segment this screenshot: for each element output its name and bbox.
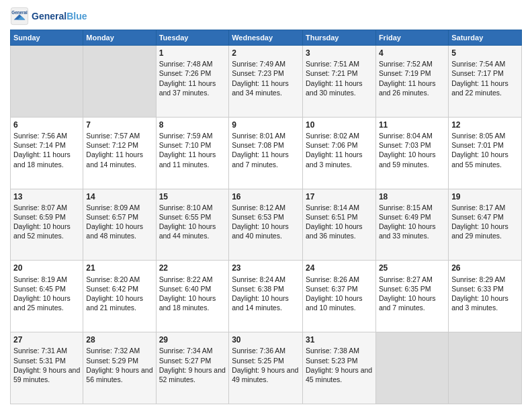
daylight-text: Daylight: 10 hours and 55 minutes. — [451, 150, 508, 168]
daylight-text: Daylight: 9 hours and 52 minutes. — [159, 366, 226, 383]
sunrise-text: Sunrise: 8:07 AM — [13, 203, 67, 212]
calendar-week-row: 20Sunrise: 8:19 AMSunset: 6:45 PMDayligh… — [11, 261, 522, 332]
daylight-text: Daylight: 10 hours and 25 minutes. — [13, 294, 71, 312]
col-sunday: Sunday — [11, 30, 83, 46]
daylight-text: Daylight: 10 hours and 44 minutes. — [159, 222, 216, 240]
daylight-text: Daylight: 10 hours and 21 minutes. — [86, 294, 143, 312]
day-number: 28 — [86, 334, 152, 345]
logo-area: General GeneralBlue — [10, 7, 87, 26]
daylight-text: Daylight: 11 hours and 26 minutes. — [379, 79, 436, 97]
sunrise-text: Sunrise: 8:24 AM — [232, 275, 285, 283]
sunset-text: Sunset: 6:40 PM — [159, 285, 212, 293]
daylight-text: Daylight: 11 hours and 14 minutes. — [86, 150, 143, 168]
calendar-week-row: 27Sunrise: 7:31 AMSunset: 5:31 PMDayligh… — [11, 332, 522, 404]
sunrise-text: Sunrise: 8:14 AM — [306, 203, 359, 212]
day-number: 11 — [379, 120, 445, 130]
sunset-text: Sunset: 7:01 PM — [451, 141, 504, 149]
daylight-text: Daylight: 11 hours and 18 minutes. — [13, 150, 71, 168]
calendar-cell: 12Sunrise: 8:05 AMSunset: 7:01 PMDayligh… — [449, 117, 522, 189]
calendar-cell: 9Sunrise: 8:01 AMSunset: 7:08 PMDaylight… — [229, 117, 303, 189]
day-number: 6 — [13, 120, 80, 130]
daylight-text: Daylight: 10 hours and 52 minutes. — [13, 222, 71, 240]
calendar-cell: 11Sunrise: 8:04 AMSunset: 7:03 PMDayligh… — [375, 117, 448, 189]
calendar-cell: 21Sunrise: 8:20 AMSunset: 6:42 PMDayligh… — [83, 261, 156, 332]
sunrise-text: Sunrise: 8:19 AM — [13, 275, 67, 283]
calendar-cell: 10Sunrise: 8:02 AMSunset: 7:06 PMDayligh… — [302, 117, 375, 189]
sunrise-text: Sunrise: 7:36 AM — [232, 347, 285, 355]
calendar-cell: 30Sunrise: 7:36 AMSunset: 5:25 PMDayligh… — [229, 332, 303, 404]
daylight-text: Daylight: 10 hours and 7 minutes. — [379, 294, 436, 312]
daylight-text: Daylight: 11 hours and 22 minutes. — [451, 79, 508, 97]
svg-text:General: General — [11, 10, 28, 15]
calendar-cell: 6Sunrise: 7:56 AMSunset: 7:14 PMDaylight… — [11, 117, 83, 189]
sunrise-text: Sunrise: 7:52 AM — [379, 60, 433, 68]
sunrise-text: Sunrise: 8:10 AM — [159, 203, 213, 212]
day-number: 31 — [306, 334, 373, 345]
day-number: 8 — [159, 120, 226, 130]
sunset-text: Sunset: 7:06 PM — [306, 141, 358, 149]
calendar-cell: 28Sunrise: 7:32 AMSunset: 5:29 PMDayligh… — [83, 332, 156, 404]
calendar-cell: 31Sunrise: 7:38 AMSunset: 5:23 PMDayligh… — [302, 332, 375, 404]
sunset-text: Sunset: 6:33 PM — [451, 285, 504, 293]
sunset-text: Sunset: 5:23 PM — [306, 357, 358, 365]
sunrise-text: Sunrise: 7:59 AM — [159, 132, 213, 140]
sunset-text: Sunset: 6:45 PM — [13, 285, 66, 293]
calendar-cell: 18Sunrise: 8:15 AMSunset: 6:49 PMDayligh… — [375, 189, 448, 261]
sunrise-text: Sunrise: 7:34 AM — [159, 347, 213, 355]
calendar-cell: 20Sunrise: 8:19 AMSunset: 6:45 PMDayligh… — [11, 261, 83, 332]
daylight-text: Daylight: 10 hours and 48 minutes. — [86, 222, 143, 240]
day-number: 22 — [159, 263, 226, 273]
sunset-text: Sunset: 7:03 PM — [379, 141, 431, 149]
sunset-text: Sunset: 6:35 PM — [379, 285, 431, 293]
calendar-cell: 25Sunrise: 8:27 AMSunset: 6:35 PMDayligh… — [375, 261, 448, 332]
sunrise-text: Sunrise: 8:15 AM — [379, 203, 433, 212]
calendar-week-row: 1Sunrise: 7:48 AMSunset: 7:26 PMDaylight… — [11, 46, 522, 118]
sunset-text: Sunset: 6:53 PM — [232, 213, 284, 221]
daylight-text: Daylight: 9 hours and 45 minutes. — [306, 366, 372, 383]
sunset-text: Sunset: 7:14 PM — [13, 141, 66, 149]
header: General GeneralBlue — [10, 7, 522, 26]
sunrise-text: Sunrise: 7:57 AM — [86, 132, 140, 140]
sunset-text: Sunset: 6:57 PM — [86, 213, 138, 221]
sunset-text: Sunset: 6:47 PM — [451, 213, 504, 221]
sunrise-text: Sunrise: 7:48 AM — [159, 60, 213, 68]
calendar-cell: 2Sunrise: 7:49 AMSunset: 7:23 PMDaylight… — [229, 46, 303, 118]
sunset-text: Sunset: 5:29 PM — [86, 357, 138, 365]
sunrise-text: Sunrise: 7:38 AM — [306, 347, 359, 355]
daylight-text: Daylight: 9 hours and 56 minutes. — [86, 366, 152, 383]
sunrise-text: Sunrise: 8:29 AM — [451, 275, 505, 283]
calendar-cell: 8Sunrise: 7:59 AMSunset: 7:10 PMDaylight… — [156, 117, 229, 189]
daylight-text: Daylight: 11 hours and 7 minutes. — [232, 150, 289, 168]
calendar-cell: 24Sunrise: 8:26 AMSunset: 6:37 PMDayligh… — [302, 261, 375, 332]
sunrise-text: Sunrise: 8:27 AM — [379, 275, 433, 283]
page: General GeneralBlue Sunday Monday Tuesda… — [0, 0, 532, 411]
sunrise-text: Sunrise: 8:26 AM — [306, 275, 359, 283]
calendar-cell: 3Sunrise: 7:51 AMSunset: 7:21 PMDaylight… — [302, 46, 375, 118]
day-number: 30 — [232, 334, 300, 345]
day-number: 19 — [451, 191, 519, 202]
sunrise-text: Sunrise: 7:56 AM — [13, 132, 67, 140]
day-number: 25 — [379, 263, 445, 273]
sunset-text: Sunset: 6:42 PM — [86, 285, 138, 293]
sunset-text: Sunset: 7:21 PM — [306, 69, 358, 77]
day-number: 4 — [379, 48, 445, 58]
logo-icon: General — [10, 7, 29, 26]
sunset-text: Sunset: 7:10 PM — [159, 141, 212, 149]
col-friday: Friday — [375, 30, 448, 46]
day-number: 20 — [13, 263, 80, 273]
daylight-text: Daylight: 11 hours and 11 minutes. — [159, 150, 216, 168]
daylight-text: Daylight: 10 hours and 33 minutes. — [379, 222, 436, 240]
sunset-text: Sunset: 5:25 PM — [232, 357, 284, 365]
sunrise-text: Sunrise: 8:09 AM — [86, 203, 140, 212]
calendar-cell: 1Sunrise: 7:48 AMSunset: 7:26 PMDaylight… — [156, 46, 229, 118]
day-number: 24 — [306, 263, 373, 273]
sunset-text: Sunset: 7:26 PM — [159, 69, 212, 77]
day-number: 26 — [451, 263, 519, 273]
sunrise-text: Sunrise: 8:02 AM — [306, 132, 359, 140]
sunset-text: Sunset: 6:51 PM — [306, 213, 358, 221]
daylight-text: Daylight: 10 hours and 3 minutes. — [451, 294, 508, 312]
sunset-text: Sunset: 6:59 PM — [13, 213, 66, 221]
sunrise-text: Sunrise: 7:51 AM — [306, 60, 359, 68]
col-tuesday: Tuesday — [156, 30, 229, 46]
day-number: 7 — [86, 120, 152, 130]
